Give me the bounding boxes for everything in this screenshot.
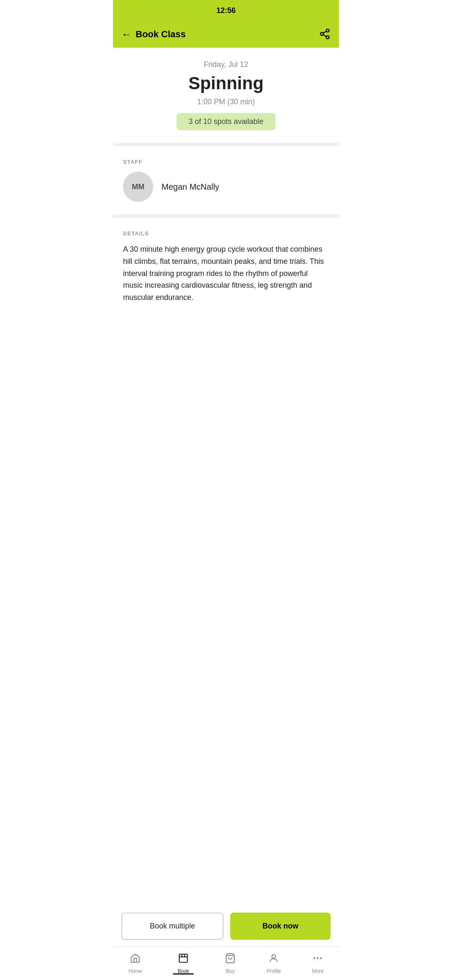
staff-name: Megan McNally — [162, 182, 219, 192]
staff-avatar: MM — [123, 172, 153, 202]
svg-line-4 — [323, 31, 326, 33]
nav-title: Book Class — [136, 29, 186, 40]
svg-point-0 — [326, 29, 329, 32]
nav-item-buy[interactable]: Buy — [218, 949, 242, 977]
main-content: Friday, Jul 12 Spinning 1:00 PM (30 min)… — [113, 48, 339, 379]
book-multiple-button[interactable]: Book multiple — [121, 913, 223, 940]
top-nav: ← Book Class — [113, 21, 339, 48]
nav-label-more: More — [312, 968, 324, 974]
staff-section-label: STAFF — [123, 159, 329, 165]
class-time: 1:00 PM (30 min) — [121, 98, 331, 106]
home-icon — [130, 953, 141, 967]
nav-label-home: Home — [128, 968, 142, 974]
section-divider-1 — [113, 143, 339, 146]
details-section: DETAILS A 30 minute high energy group cy… — [113, 222, 339, 312]
spots-badge: 3 of 10 spots available — [177, 113, 275, 130]
nav-label-buy: Buy — [226, 968, 235, 974]
profile-icon — [268, 953, 279, 967]
svg-point-8 — [314, 957, 316, 959]
book-now-button[interactable]: Book now — [230, 913, 331, 940]
staff-section: STAFF MM Megan McNally — [113, 150, 339, 210]
action-buttons: Book multiple Book now — [113, 906, 339, 946]
more-icon — [312, 953, 323, 967]
nav-item-more[interactable]: More — [306, 949, 330, 977]
buy-icon — [225, 953, 236, 967]
class-header: Friday, Jul 12 Spinning 1:00 PM (30 min)… — [113, 48, 339, 139]
svg-point-1 — [321, 32, 324, 35]
svg-point-7 — [272, 954, 276, 958]
svg-point-9 — [317, 957, 318, 959]
nav-active-indicator — [173, 973, 194, 975]
share-button[interactable] — [319, 28, 331, 41]
svg-point-2 — [326, 36, 329, 39]
svg-point-10 — [320, 957, 322, 959]
details-text: A 30 minute high energy group cycle work… — [123, 243, 329, 304]
nav-label-profile: Profile — [267, 968, 281, 974]
staff-row: MM Megan McNally — [123, 172, 329, 202]
share-icon — [319, 28, 331, 40]
svg-rect-5 — [179, 954, 187, 962]
bottom-nav: Home Book Buy — [113, 946, 339, 980]
details-section-label: DETAILS — [123, 230, 329, 237]
class-date: Friday, Jul 12 — [121, 60, 331, 69]
section-divider-2 — [113, 214, 339, 218]
svg-line-3 — [323, 34, 326, 36]
book-icon — [178, 953, 189, 967]
status-bar: 12:56 — [113, 0, 339, 21]
class-name: Spinning — [121, 73, 331, 93]
nav-item-profile[interactable]: Profile — [260, 949, 288, 977]
back-arrow-icon: ← — [121, 28, 131, 40]
back-button[interactable]: ← Book Class — [121, 28, 186, 40]
nav-item-home[interactable]: Home — [122, 949, 149, 977]
nav-item-book[interactable]: Book — [166, 949, 200, 978]
status-time: 12:56 — [216, 6, 236, 15]
